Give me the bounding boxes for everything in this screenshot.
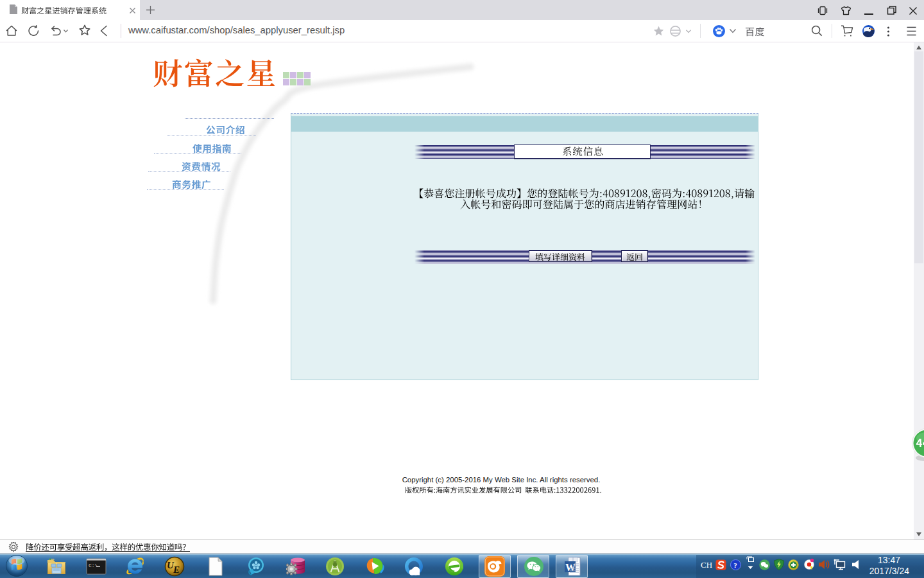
svg-text:W: W bbox=[565, 562, 576, 573]
svg-text:?: ? bbox=[733, 561, 737, 569]
svg-text:C:\: C:\ bbox=[89, 563, 98, 568]
svg-text:E: E bbox=[173, 565, 180, 575]
